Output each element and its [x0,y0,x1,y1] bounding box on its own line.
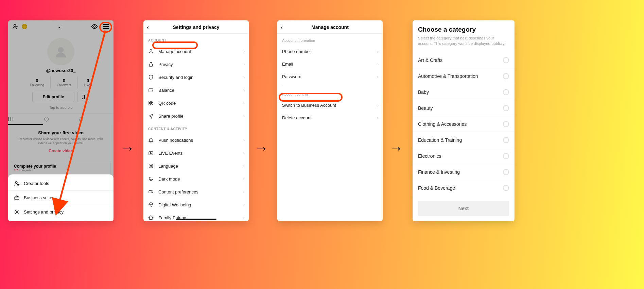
chevron-right-icon: › [243,164,245,168]
live-icon [148,150,156,156]
radio-unchecked-icon [503,89,509,95]
category-electronics[interactable]: Electronics [413,148,515,164]
back-button[interactable]: ‹ [281,24,283,31]
chevron-right-icon: › [377,116,379,120]
row-qr-code[interactable]: QR code › [143,97,249,109]
category-baby[interactable]: Baby [413,84,515,100]
chevron-right-icon: › [377,49,379,54]
row-phone-number[interactable]: Phone number › [277,45,383,58]
settings-privacy-screen: ‹ Settings and privacy ACCOUNT Manage ac… [143,20,249,221]
chevron-right-icon: › [243,101,245,105]
svg-rect-12 [149,64,152,66]
category-art-crafts[interactable]: Art & Crafts [413,52,515,68]
shield-icon [148,74,156,80]
chevron-right-icon: › [243,62,245,67]
row-push-notifications[interactable]: Push notifications › [143,134,249,147]
umbrella-icon [148,202,156,207]
choose-category-screen: Choose a category Select the category th… [413,20,515,221]
chevron-right-icon: › [243,114,245,118]
chevron-right-icon: › [377,74,379,79]
radio-unchecked-icon [503,105,509,111]
step-arrow-1: → [120,140,135,156]
chevron-right-icon: › [243,138,245,142]
back-button[interactable]: ‹ [147,24,149,31]
row-share-profile[interactable]: Share profile › [143,109,249,122]
category-beauty[interactable]: Beauty [413,100,515,116]
share-icon [148,113,156,119]
chevron-right-icon: › [243,151,245,155]
chevron-right-icon: › [243,75,245,80]
highlight-manage-account-oval [152,41,198,49]
qr-icon [148,100,156,106]
radio-unchecked-icon [503,169,509,175]
chevron-right-icon: › [377,62,379,67]
header-title: Manage account [311,24,349,30]
row-email[interactable]: Email › [277,58,383,70]
bell-icon [148,137,156,143]
row-content-preferences[interactable]: Content preferences › [143,185,249,198]
highlight-red-arrow [8,20,114,221]
radio-unchecked-icon [503,57,509,63]
chevron-right-icon: › [243,88,245,92]
page-subtitle: Select the category that best describes … [413,35,515,52]
row-delete-account[interactable]: Delete account › [277,112,383,124]
category-finance[interactable]: Finance & Investing [413,164,515,180]
step-arrow-2: → [254,140,268,156]
page-title: Choose a category [413,20,515,35]
row-language[interactable]: Language › [143,159,249,172]
row-security[interactable]: Security and login › [143,71,249,84]
section-content-label: CONTENT & ACTIVITY [143,122,249,134]
section-account-info: Account information [277,34,383,45]
chevron-right-icon: › [243,189,245,194]
family-icon [148,215,156,220]
row-password[interactable]: Password › [277,70,383,83]
radio-unchecked-icon [503,73,509,79]
person-icon [148,49,156,54]
category-education[interactable]: Education & Training [413,132,515,148]
radio-unchecked-icon [503,121,509,127]
svg-rect-14 [149,101,151,103]
radio-unchecked-icon [503,185,509,191]
svg-rect-19 [149,191,152,193]
chevron-right-icon: › [243,202,245,207]
home-indicator [176,219,216,220]
chevron-right-icon: › [243,215,245,220]
header: ‹ Manage account [277,20,383,34]
header-title: Settings and privacy [173,24,220,30]
lock-icon [148,62,156,67]
category-food[interactable]: Food & Beverage [413,180,515,196]
category-automotive[interactable]: Automotive & Transportation [413,68,515,84]
radio-unchecked-icon [503,153,509,159]
wallet-icon [148,87,156,93]
language-icon [148,163,156,169]
svg-rect-15 [151,101,153,103]
row-digital-wellbeing[interactable]: Digital Wellbeing › [143,198,249,211]
chevron-right-icon: › [377,103,379,108]
svg-line-10 [57,31,105,209]
chevron-right-icon: › [243,176,245,181]
radio-unchecked-icon [503,137,509,143]
row-live-events[interactable]: LIVE Events › [143,147,249,159]
highlight-switch-business-oval [279,93,343,102]
chevron-right-icon: › [243,49,245,54]
row-privacy[interactable]: Privacy › [143,58,249,71]
row-dark-mode[interactable]: Dark mode › [143,172,249,185]
header: ‹ Settings and privacy [143,20,249,34]
video-icon [148,189,156,194]
svg-rect-16 [149,103,151,105]
moon-icon [148,176,156,182]
profile-screen: ⌄ @newuser20_ 0 Following 0 Followers 0 … [8,20,114,221]
step-arrow-3: → [389,140,403,156]
manage-account-screen: ‹ Manage account Account information Pho… [277,20,383,221]
row-balance[interactable]: Balance › [143,84,249,97]
next-button[interactable]: Next [418,201,509,216]
divider [282,85,378,85]
category-clothing[interactable]: Clothing & Accessories [413,116,515,132]
svg-point-11 [150,50,152,51]
